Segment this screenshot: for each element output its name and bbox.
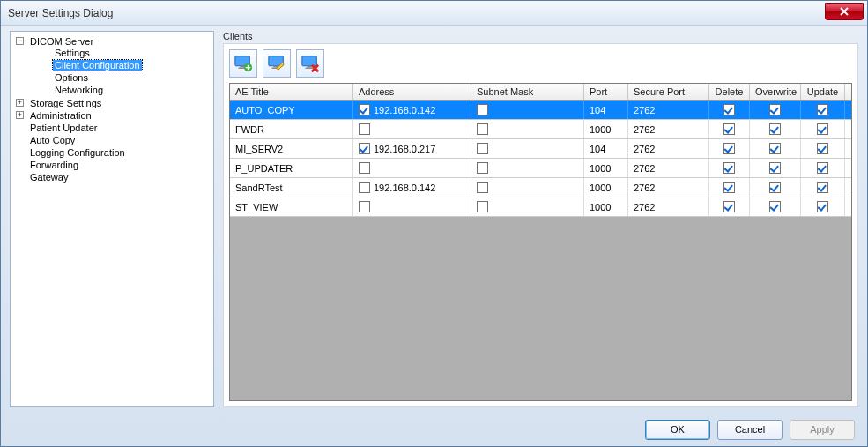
cell-update[interactable]	[801, 178, 845, 197]
checkbox-icon[interactable]	[477, 104, 488, 115]
table-row[interactable]: MI_SERV2192.168.0.2171042762	[230, 139, 851, 159]
checkbox-icon[interactable]	[769, 104, 781, 115]
checkbox-icon[interactable]	[723, 182, 735, 193]
checkbox-icon[interactable]	[477, 162, 488, 174]
cell-address[interactable]: 192.168.0.142	[353, 178, 471, 197]
grid-header[interactable]: AE Title Address Subnet Mask Port Secure…	[230, 84, 851, 101]
checkbox-icon[interactable]	[723, 162, 735, 174]
cell-delete[interactable]	[709, 178, 750, 197]
checkbox-icon[interactable]	[769, 123, 781, 135]
cell-port[interactable]: 104	[584, 101, 628, 119]
cell-delete[interactable]	[709, 197, 750, 216]
table-row[interactable]: ST_VIEW10002762	[230, 197, 851, 217]
cancel-button[interactable]: Cancel	[717, 420, 783, 440]
cell-overwrite[interactable]	[750, 139, 801, 158]
cell-secure-port[interactable]: 2762	[628, 159, 709, 177]
cell-secure-port[interactable]: 2762	[628, 139, 709, 158]
checkbox-icon[interactable]	[359, 104, 370, 115]
cell-ae-title[interactable]: ST_VIEW	[230, 197, 353, 216]
col-header-secure-port[interactable]: Secure Port	[628, 84, 709, 100]
checkbox-icon[interactable]	[769, 143, 781, 154]
cell-ae-title[interactable]: SandRTest	[230, 178, 353, 197]
cell-port[interactable]: 1000	[584, 159, 628, 177]
cell-secure-port[interactable]: 2762	[628, 197, 709, 216]
cell-update[interactable]	[801, 139, 845, 158]
cell-secure-port[interactable]: 2762	[628, 101, 709, 119]
add-client-button[interactable]	[229, 49, 257, 78]
col-header-ae[interactable]: AE Title	[230, 84, 353, 100]
cell-update[interactable]	[801, 197, 845, 216]
tree-node-logging-configuration[interactable]: Logging Configuration	[16, 146, 211, 159]
checkbox-icon[interactable]	[817, 162, 828, 174]
col-header-port[interactable]: Port	[584, 84, 628, 100]
cell-ae-title[interactable]: MI_SERV2	[230, 139, 353, 158]
cell-delete[interactable]	[709, 120, 750, 138]
checkbox-icon[interactable]	[769, 201, 781, 212]
table-row[interactable]: SandRTest192.168.0.14210002762	[230, 178, 851, 197]
expand-icon[interactable]: +	[16, 111, 24, 119]
checkbox-icon[interactable]	[723, 123, 735, 135]
cell-subnet-mask[interactable]	[471, 159, 584, 177]
cell-address[interactable]: 192.168.0.217	[353, 139, 471, 158]
cell-overwrite[interactable]	[750, 178, 801, 197]
edit-client-button[interactable]	[263, 49, 291, 78]
cell-overwrite[interactable]	[750, 159, 801, 177]
delete-client-button[interactable]	[296, 49, 324, 78]
table-row[interactable]: FWDR10002762	[230, 120, 851, 139]
cell-update[interactable]	[801, 159, 845, 177]
cell-port[interactable]: 1000	[584, 197, 628, 216]
checkbox-icon[interactable]	[359, 123, 370, 135]
checkbox-icon[interactable]	[477, 201, 488, 212]
tree-node-options[interactable]: Options	[41, 71, 211, 84]
table-row[interactable]: P_UPDATER10002762	[230, 159, 851, 178]
col-header-delete[interactable]: Delete	[709, 84, 750, 100]
cell-secure-port[interactable]: 2762	[628, 178, 709, 197]
tree-node-client-configuration[interactable]: Client Configuration	[41, 59, 211, 71]
checkbox-icon[interactable]	[817, 143, 828, 154]
tree-node-auto-copy[interactable]: Auto Copy	[16, 134, 211, 146]
cell-address[interactable]	[353, 197, 471, 216]
cell-overwrite[interactable]	[750, 101, 801, 119]
cell-delete[interactable]	[709, 159, 750, 177]
tree-node-gateway[interactable]: Gateway	[16, 171, 211, 183]
tree-node-forwarding[interactable]: Forwarding	[16, 159, 211, 171]
checkbox-icon[interactable]	[769, 162, 781, 174]
cell-update[interactable]	[801, 120, 845, 138]
tree-node-dicom-server[interactable]: −DICOM ServerSettingsClient Configuratio…	[16, 35, 211, 97]
cell-subnet-mask[interactable]	[471, 178, 584, 197]
cell-ae-title[interactable]: AUTO_COPY	[230, 101, 353, 119]
tree-node-storage-settings[interactable]: +Storage Settings	[16, 97, 211, 109]
checkbox-icon[interactable]	[817, 104, 828, 115]
checkbox-icon[interactable]	[359, 162, 370, 174]
checkbox-icon[interactable]	[723, 201, 735, 212]
close-button[interactable]	[825, 3, 864, 20]
cell-port[interactable]: 104	[584, 139, 628, 158]
checkbox-icon[interactable]	[477, 182, 488, 193]
checkbox-icon[interactable]	[769, 182, 781, 193]
checkbox-icon[interactable]	[817, 182, 828, 193]
cell-overwrite[interactable]	[750, 197, 801, 216]
checkbox-icon[interactable]	[477, 143, 488, 154]
nav-tree[interactable]: −DICOM ServerSettingsClient Configuratio…	[12, 35, 211, 183]
cell-port[interactable]: 1000	[584, 120, 628, 138]
checkbox-icon[interactable]	[723, 104, 735, 115]
checkbox-icon[interactable]	[359, 201, 370, 212]
ok-button[interactable]: OK	[645, 420, 710, 440]
checkbox-icon[interactable]	[723, 143, 735, 154]
checkbox-icon[interactable]	[817, 201, 828, 212]
clients-grid[interactable]: AE Title Address Subnet Mask Port Secure…	[229, 83, 852, 401]
cell-address[interactable]	[353, 159, 471, 177]
col-header-overwrite[interactable]: Overwrite	[750, 84, 801, 100]
expand-icon[interactable]: −	[16, 37, 24, 45]
cell-subnet-mask[interactable]	[471, 120, 584, 138]
tree-node-administration[interactable]: +Administration	[16, 109, 211, 122]
col-header-address[interactable]: Address	[353, 84, 471, 100]
cell-address[interactable]: 192.168.0.142	[353, 101, 471, 119]
checkbox-icon[interactable]	[359, 143, 370, 154]
col-header-update[interactable]: Update	[801, 84, 845, 100]
titlebar[interactable]: Server Settings Dialog	[1, 1, 867, 26]
cell-delete[interactable]	[709, 101, 750, 119]
cell-subnet-mask[interactable]	[471, 101, 584, 119]
cell-ae-title[interactable]: FWDR	[230, 120, 353, 138]
tree-node-networking[interactable]: Networking	[41, 84, 211, 96]
